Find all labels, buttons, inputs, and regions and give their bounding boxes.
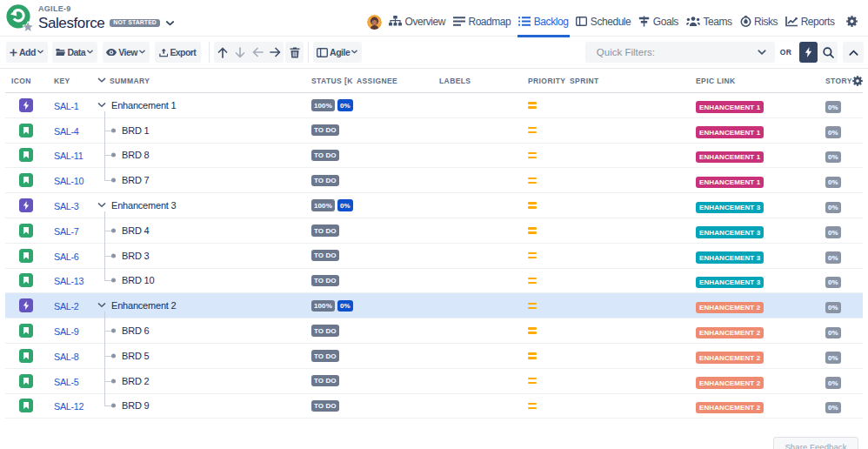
issue-key-link[interactable]: SAL-6 [54, 251, 79, 262]
nav-item-schedule[interactable]: Schedule [572, 0, 635, 37]
issue-key-link[interactable]: SAL-7 [54, 226, 79, 237]
export-button[interactable]: Export [155, 42, 201, 63]
move-down-button[interactable] [231, 42, 249, 63]
table-row[interactable]: SAL-7BRD 4TO DOENHANCEMENT 30% [5, 218, 863, 244]
key-cell: SAL-4 [54, 123, 97, 138]
nav-item-backlog[interactable]: Backlog [515, 0, 572, 37]
issue-key-link[interactable]: SAL-9 [54, 326, 79, 337]
table-row[interactable]: SAL-2Enhancement 2100%0%ENHANCEMENT 20% [5, 293, 863, 318]
column-settings-gear-icon[interactable] [852, 76, 863, 86]
summary-cell: Enhancement 3 [97, 193, 311, 218]
epic-link-badge[interactable]: ENHANCEMENT 2 [696, 402, 764, 414]
move-left-button[interactable] [249, 42, 266, 63]
add-button[interactable]: Add [6, 42, 48, 63]
column-header-assignee[interactable]: ASSIGNEE [357, 77, 439, 85]
collapse-toolbar-button[interactable] [843, 42, 864, 63]
nav-item-label: Teams [703, 16, 731, 28]
status-badge: TO DO [311, 250, 339, 262]
column-header-icon[interactable]: ICON [5, 77, 54, 85]
epic-link-badge[interactable]: ENHANCEMENT 1 [696, 101, 764, 113]
column-header-epic-link[interactable]: EPIC LINK [696, 77, 825, 85]
expand-chevron-icon[interactable] [97, 102, 106, 108]
issue-key-link[interactable]: SAL-10 [54, 176, 83, 186]
nav-item-goals[interactable]: Goals [635, 0, 683, 37]
epic-link-badge[interactable]: ENHANCEMENT 2 [696, 377, 764, 389]
nav-item-overview[interactable]: Overview [385, 0, 450, 37]
chevron-down-icon [139, 50, 145, 55]
data-button[interactable]: Data [52, 42, 97, 63]
epic-link-cell: ENHANCEMENT 1 [696, 172, 825, 188]
expand-chevron-icon[interactable] [97, 203, 106, 209]
agile-view-button[interactable]: Agile [313, 42, 362, 63]
column-header-priority[interactable]: PRIORITY [528, 77, 570, 85]
issue-key-link[interactable]: SAL-4 [54, 126, 79, 137]
issue-key-link[interactable]: SAL-5 [54, 377, 79, 387]
column-header-summary[interactable]: SUMMARY [97, 69, 311, 92]
nav-item-roadmap[interactable]: Roadmap [449, 0, 514, 37]
issue-key-link[interactable]: SAL-3 [54, 201, 79, 211]
move-up-button[interactable] [214, 42, 231, 63]
tree-connector-line [104, 394, 105, 406]
epic-link-badge[interactable]: ENHANCEMENT 1 [696, 151, 764, 164]
table-row[interactable]: SAL-8BRD 5TO DOENHANCEMENT 20% [5, 344, 863, 369]
delete-button[interactable] [285, 42, 304, 63]
priority-medium-icon [528, 102, 537, 109]
eye-icon [106, 49, 117, 57]
issue-key-link[interactable]: SAL-8 [54, 352, 79, 362]
column-header-story[interactable]: STORY [825, 77, 852, 85]
epic-link-badge[interactable]: ENHANCEMENT 2 [696, 352, 764, 364]
nav-item-teams[interactable]: Teams [682, 0, 736, 37]
issue-key-link[interactable]: SAL-11 [54, 151, 83, 161]
chevron-down-icon[interactable] [165, 20, 175, 27]
epic-link-badge[interactable]: ENHANCEMENT 3 [696, 202, 764, 214]
nav-item-reports[interactable]: Reports [782, 0, 838, 37]
table-row[interactable]: SAL-9BRD 6TO DOENHANCEMENT 20% [5, 318, 863, 344]
column-header-labels[interactable]: LABELS [439, 77, 528, 85]
table-row[interactable]: SAL-4BRD 1TO DOENHANCEMENT 10% [5, 118, 863, 144]
epic-link-badge[interactable]: ENHANCEMENT 3 [696, 226, 764, 238]
epic-link-badge[interactable]: ENHANCEMENT 1 [696, 177, 764, 189]
column-header-status[interactable]: STATUS [K [311, 77, 357, 85]
issue-key-link[interactable]: SAL-2 [54, 301, 79, 312]
epic-link-badge[interactable]: ENHANCEMENT 2 [696, 327, 764, 339]
quick-filters-select[interactable]: Quick Filters: [585, 42, 775, 63]
story-cell: 0% [825, 298, 852, 313]
view-button[interactable]: View [103, 42, 150, 63]
issue-key-link[interactable]: SAL-13 [54, 276, 83, 286]
search-button[interactable] [819, 42, 838, 63]
priority-medium-icon [528, 127, 537, 134]
issue-key-link[interactable]: SAL-12 [54, 401, 83, 412]
priority-cell [528, 275, 570, 286]
quick-filter-bolt-button[interactable] [799, 42, 818, 63]
summary-cell: BRD 3 [97, 244, 311, 268]
move-right-button[interactable] [266, 42, 284, 63]
avatar[interactable] [367, 15, 382, 30]
issue-key-link[interactable]: SAL-1 [54, 101, 79, 111]
column-header-key[interactable]: KEY [54, 77, 97, 85]
share-feedback-button[interactable]: Share Feedback [773, 437, 858, 449]
settings-gear-icon[interactable] [838, 0, 864, 37]
epic-link-badge[interactable]: ENHANCEMENT 3 [696, 251, 764, 264]
table-row[interactable]: SAL-10BRD 7TO DOENHANCEMENT 10% [5, 168, 863, 193]
table-row[interactable]: SAL-11BRD 8TO DOENHANCEMENT 10% [5, 144, 863, 169]
epic-link-cell: ENHANCEMENT 1 [696, 97, 825, 113]
table-row[interactable]: SAL-3Enhancement 3100%0%ENHANCEMENT 30% [5, 193, 863, 218]
table-row[interactable]: SAL-13BRD 10TO DOENHANCEMENT 30% [5, 269, 863, 294]
story-progress-badge: 0% [825, 327, 841, 339]
epic-link-badge[interactable]: ENHANCEMENT 1 [696, 126, 764, 138]
status-cell: TO DO [311, 375, 357, 387]
table-row[interactable]: SAL-5BRD 2TO DOENHANCEMENT 20% [5, 369, 863, 394]
nav-item-label: Roadmap [468, 16, 511, 28]
tree-node-dot [111, 329, 116, 333]
table-row[interactable]: SAL-1Enhancement 1100%0%ENHANCEMENT 10% [5, 93, 863, 118]
epic-link-badge[interactable]: ENHANCEMENT 2 [696, 302, 764, 314]
story-cell: 0% [825, 223, 852, 238]
epic-link-badge[interactable]: ENHANCEMENT 3 [696, 277, 764, 289]
expand-chevron-icon[interactable] [97, 303, 106, 309]
priority-medium-icon [528, 202, 537, 209]
table-row[interactable]: SAL-6BRD 3TO DOENHANCEMENT 30% [5, 244, 863, 269]
list-icon [518, 17, 531, 26]
column-header-sprint[interactable]: SPRINT [570, 77, 696, 85]
table-row[interactable]: SAL-12BRD 9TO DOENHANCEMENT 20% [5, 394, 863, 419]
nav-item-risks[interactable]: Risks [736, 0, 782, 37]
